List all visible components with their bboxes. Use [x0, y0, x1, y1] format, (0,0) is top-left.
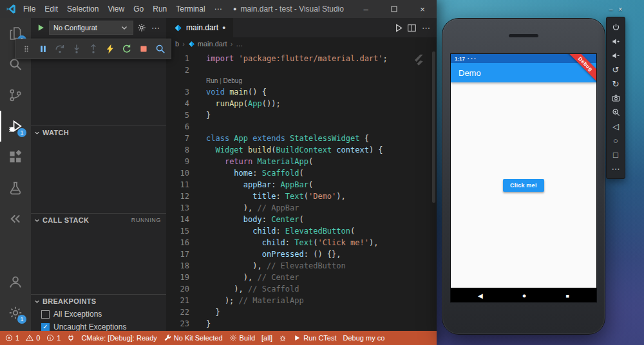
status-label: No Kit Selected: [174, 334, 223, 342]
run-file-icon[interactable]: [393, 23, 403, 33]
menu-item[interactable]: Go: [129, 5, 148, 14]
breadcrumb-item[interactable]: b: [175, 40, 179, 48]
call-stack-section-header[interactable]: CALL STACK RUNNING: [31, 213, 166, 227]
problems-warnings[interactable]: 0: [26, 334, 40, 342]
back-button[interactable]: ◁: [606, 119, 625, 133]
breakpoint-item[interactable]: All Exceptions: [31, 308, 166, 321]
activity-source-control[interactable]: [0, 80, 31, 111]
activity-test-beaker[interactable]: [0, 172, 31, 203]
overview-nav-button[interactable]: ■: [566, 289, 569, 301]
emulator-screen: 1:17 ▪▪▪ Demo Click me! ◀●■ Debug: [451, 54, 596, 302]
volume-up-button[interactable]: [606, 34, 625, 48]
overview-button[interactable]: □: [606, 147, 625, 162]
dart-file-icon: [188, 41, 195, 48]
start-debug-icon[interactable]: [36, 23, 45, 32]
hot-reload-button[interactable]: [102, 41, 118, 57]
tab-main-dart[interactable]: main.dart ●: [166, 18, 233, 37]
breakpoint-item[interactable]: ✓Uncaught Exceptions: [31, 321, 166, 331]
stop-button[interactable]: [135, 41, 152, 57]
line-number: 18: [166, 260, 189, 272]
screenshot-button[interactable]: [606, 91, 625, 105]
code-line: 10 home: Scaffold(: [166, 167, 437, 179]
cmake-kit[interactable]: No Kit Selected: [164, 334, 223, 342]
close-button[interactable]: ×: [408, 0, 437, 18]
plug-indicator[interactable]: [67, 334, 75, 342]
pause-button[interactable]: [35, 41, 52, 57]
activity-bar-bottom: 1: [0, 266, 31, 328]
step-into-button[interactable]: [68, 41, 85, 57]
split-editor-icon[interactable]: [407, 23, 417, 33]
breadcrumb-item[interactable]: …: [236, 40, 243, 48]
code-line: 15 child: ElevatedButton(: [166, 225, 437, 237]
code-area[interactable]: 1import 'package:flutter/material.dart';…: [166, 50, 437, 331]
breadcrumb-label: main.dart: [198, 40, 227, 48]
editor-more-icon[interactable]: ⋯: [421, 23, 431, 33]
back-nav-button[interactable]: ◀: [478, 289, 483, 301]
checkbox[interactable]: ✓: [41, 323, 50, 331]
activity-double-chevron-left[interactable]: [0, 203, 31, 234]
inspect-widget-button[interactable]: [152, 41, 169, 57]
maximize-button[interactable]: [380, 0, 408, 18]
rotate-right-button[interactable]: ↻: [606, 77, 625, 91]
volume-down-button[interactable]: [606, 48, 625, 62]
debug-config-dropdown[interactable]: No Configurat: [49, 21, 133, 35]
double-chevron-left-icon: [8, 212, 23, 226]
home-nav-button[interactable]: ●: [522, 289, 527, 301]
cmake-debug[interactable]: [279, 334, 287, 342]
restart-button[interactable]: [118, 41, 135, 57]
watch-section-header[interactable]: WATCH: [31, 126, 166, 139]
menu-item[interactable]: Run: [148, 5, 171, 14]
chevron-down-icon: [120, 23, 129, 32]
checkbox[interactable]: [41, 310, 50, 319]
click-me-button[interactable]: Click me!: [503, 179, 544, 192]
gear-icon[interactable]: [137, 23, 146, 32]
grip-button[interactable]: [18, 41, 35, 57]
code-line: 22 }: [166, 306, 437, 318]
line-number: 11: [166, 179, 189, 191]
menu-item[interactable]: Terminal: [171, 5, 209, 14]
activity-run-debug[interactable]: 1: [0, 111, 31, 142]
activity-account[interactable]: [0, 266, 31, 297]
zoom-button[interactable]: [606, 105, 625, 119]
activity-extensions[interactable]: [0, 142, 31, 172]
menu-item[interactable]: ⋯: [210, 5, 227, 14]
emulator-clock: 1:17: [455, 56, 465, 62]
cmake-status[interactable]: CMake: [Debug]: Ready: [81, 334, 156, 342]
home-button[interactable]: ○: [606, 133, 625, 147]
breakpoints-section-header[interactable]: BREAKPOINTS: [31, 294, 166, 308]
menu-item[interactable]: View: [103, 5, 129, 14]
notification-icon: ▪: [468, 57, 469, 61]
step-out-button[interactable]: [85, 41, 102, 57]
more-actions-icon[interactable]: ⋯: [150, 23, 161, 33]
problems-info[interactable]: 1: [46, 334, 61, 342]
menu-item[interactable]: File: [19, 5, 40, 14]
code-line: 2: [166, 64, 437, 76]
code-line: 16 child: Text('Click me!'),: [166, 237, 437, 248]
menu-item[interactable]: Selection: [62, 5, 103, 14]
activity-settings-gear[interactable]: 1: [0, 297, 31, 328]
more-button[interactable]: ⋯: [606, 162, 625, 176]
breadcrumb-item[interactable]: main.dart: [188, 40, 227, 48]
breakpoint-label: All Exceptions: [53, 310, 102, 319]
codelens-debug[interactable]: Debug: [223, 77, 242, 84]
cmake-build[interactable]: Build: [229, 334, 255, 342]
minimize-button[interactable]: –: [352, 0, 380, 18]
line-number: 14: [166, 214, 189, 225]
codelens-run[interactable]: Run: [206, 77, 218, 84]
emulator-close-icon[interactable]: ×: [618, 6, 622, 13]
code-line: 21 ); // MaterialApp: [166, 295, 437, 306]
emulator-minimize-icon[interactable]: –: [609, 6, 613, 13]
status-label: Run CTest: [303, 334, 336, 342]
breakpoints-section-title: BREAKPOINTS: [43, 297, 96, 305]
problems-errors[interactable]: 1: [5, 334, 19, 342]
rotate-left-button[interactable]: ↺: [606, 62, 625, 77]
cmake-target[interactable]: [all]: [261, 334, 272, 342]
power-button[interactable]: [606, 20, 625, 34]
badge: 1: [17, 128, 26, 137]
ctest-run[interactable]: Run CTest: [293, 334, 336, 342]
scrollbar[interactable]: [432, 51, 435, 203]
debug-config[interactable]: Debug my co: [343, 334, 385, 342]
menu-item[interactable]: Edit: [40, 5, 62, 14]
step-over-button[interactable]: [52, 41, 68, 57]
plug-icon: [67, 334, 75, 342]
